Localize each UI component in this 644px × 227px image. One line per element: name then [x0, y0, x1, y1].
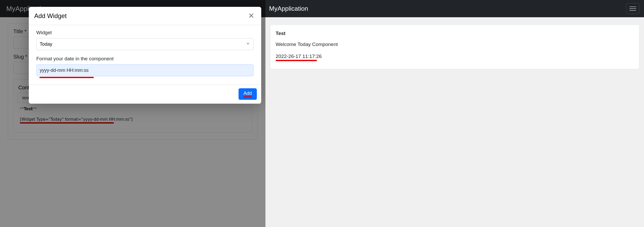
preview-nav: MyApplication [265, 0, 644, 17]
format-input[interactable] [36, 64, 254, 76]
modal-footer: Add [29, 84, 261, 103]
preview-pane: MyApplication Test Welcome Today Compone… [265, 0, 644, 227]
modal-title: Add Widget [34, 12, 67, 20]
close-icon[interactable]: ✕ [247, 12, 256, 20]
preview-brand: MyApplication [269, 5, 308, 12]
preview-card: Test Welcome Today Component 2022-26-17 … [270, 25, 639, 69]
preview-date: 2022-26-17 11:17:26 [276, 54, 634, 59]
modal-body: Widget Format your date in the component [29, 25, 261, 84]
preview-welcome: Welcome Today Component [276, 42, 634, 47]
annotation-underline [243, 96, 252, 97]
widget-select[interactable] [36, 38, 254, 50]
modal-header: Add Widget ✕ [29, 7, 261, 25]
add-button[interactable]: Add [239, 88, 257, 100]
editor-pane: MyApplication Title * Slug * Content* Wr… [0, 0, 265, 227]
annotation-underline [39, 77, 94, 78]
hamburger-icon[interactable] [626, 3, 639, 14]
widget-select-label: Widget [36, 30, 254, 36]
add-widget-modal: Add Widget ✕ Widget Format your date in … [29, 7, 261, 104]
annotation-underline [276, 60, 317, 61]
preview-heading: Test [276, 31, 634, 36]
format-label: Format your date in the component [36, 56, 254, 62]
widget-select-wrap [36, 38, 254, 50]
add-button-label: Add [243, 91, 252, 96]
